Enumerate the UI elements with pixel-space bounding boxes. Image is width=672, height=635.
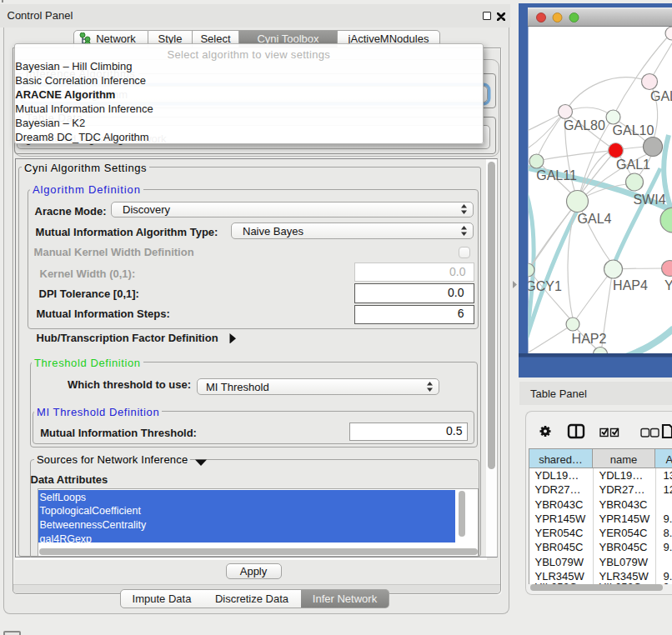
svg-text:GAL10: GAL10 [613, 123, 654, 138]
svg-text:Y: Y [664, 278, 672, 292]
svg-text:GAL4: GAL4 [578, 212, 612, 226]
svg-text:GAL: GAL [650, 89, 672, 103]
svg-text:GAL80: GAL80 [564, 118, 605, 132]
svg-text:HAP2: HAP2 [572, 332, 607, 346]
svg-text:SWI4: SWI4 [633, 192, 665, 207]
svg-text:HAP4: HAP4 [613, 278, 648, 292]
svg-text:GCY1: GCY1 [525, 279, 562, 293]
svg-text:GAL11: GAL11 [536, 168, 577, 182]
svg-text:GAL1: GAL1 [616, 158, 650, 172]
